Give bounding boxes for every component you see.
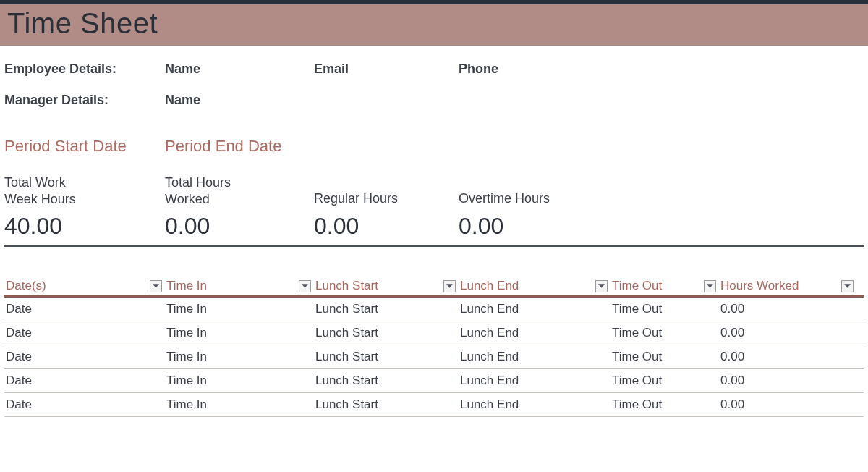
cell-lunch-end[interactable]: Lunch End — [459, 393, 610, 416]
cell-time-out[interactable]: Time Out — [610, 321, 719, 345]
table-row: Date Time In Lunch Start Lunch End Time … — [4, 321, 864, 345]
summary-label-2: Regular Hours — [314, 174, 459, 213]
time-table: Date(s) Time In Lunch Start Lunch End Ti… — [0, 247, 868, 417]
cell-time-out[interactable]: Time Out — [610, 393, 719, 416]
cell-time-out[interactable]: Time Out — [610, 369, 719, 392]
cell-hours: 0.00 — [719, 369, 856, 392]
table-header-row: Date(s) Time In Lunch Start Lunch End Ti… — [4, 276, 864, 298]
cell-date[interactable]: Date — [4, 393, 165, 416]
cell-lunch-start[interactable]: Lunch Start — [314, 369, 459, 392]
manager-details-row: Manager Details: Name — [4, 93, 868, 108]
employee-details-row: Employee Details: Name Email Phone — [4, 62, 868, 77]
col-header-lunch-end[interactable]: Lunch End — [459, 276, 610, 295]
filter-dropdown-icon[interactable] — [841, 280, 854, 292]
filter-dropdown-icon[interactable] — [704, 280, 716, 292]
col-header-time-in-label: Time In — [166, 279, 207, 293]
summary-value-1: 0.00 — [165, 213, 314, 244]
cell-lunch-end[interactable]: Lunch End — [459, 369, 610, 392]
svg-marker-0 — [153, 284, 159, 287]
svg-marker-5 — [844, 284, 851, 287]
page-title: Time Sheet — [7, 7, 861, 40]
period-end-label[interactable]: Period End Date — [165, 137, 324, 156]
cell-lunch-start[interactable]: Lunch Start — [314, 345, 459, 368]
period-start-label[interactable]: Period Start Date — [4, 137, 165, 156]
summary-labels: Total Work Week Hours Total Hours Worked… — [4, 174, 868, 213]
filter-dropdown-icon[interactable] — [150, 280, 162, 292]
table-row: Date Time In Lunch Start Lunch End Time … — [4, 393, 864, 417]
col-header-date-label: Date(s) — [6, 279, 46, 293]
col-header-date[interactable]: Date(s) — [4, 276, 165, 295]
col-header-lunch-start[interactable]: Lunch Start — [314, 276, 459, 295]
svg-marker-1 — [302, 284, 308, 287]
cell-hours: 0.00 — [719, 393, 856, 416]
table-row: Date Time In Lunch Start Lunch End Time … — [4, 369, 864, 393]
cell-time-in[interactable]: Time In — [165, 369, 314, 392]
cell-lunch-start[interactable]: Lunch Start — [314, 393, 459, 416]
cell-time-out[interactable]: Time Out — [610, 298, 719, 321]
cell-date[interactable]: Date — [4, 369, 165, 392]
svg-marker-4 — [707, 284, 713, 287]
cell-time-in[interactable]: Time In — [165, 393, 314, 416]
col-header-hours-worked[interactable]: Hours Worked — [719, 276, 856, 295]
cell-lunch-start[interactable]: Lunch Start — [314, 321, 459, 345]
details-section: Employee Details: Name Email Phone Manag… — [0, 46, 868, 131]
employee-name[interactable]: Name — [165, 62, 314, 77]
summary-value-3: 0.00 — [459, 213, 610, 244]
filter-dropdown-icon[interactable] — [595, 280, 608, 292]
cell-time-in[interactable]: Time In — [165, 345, 314, 368]
filter-dropdown-icon[interactable] — [443, 280, 456, 292]
summary-label-3: Overtime Hours — [459, 174, 610, 213]
cell-hours: 0.00 — [719, 321, 856, 345]
summary-value-2: 0.00 — [314, 213, 459, 244]
summary-block: Total Work Week Hours Total Hours Worked… — [0, 174, 868, 244]
employee-details-label: Employee Details: — [4, 62, 165, 77]
col-header-time-in[interactable]: Time In — [165, 276, 314, 295]
summary-value-0: 40.00 — [4, 213, 165, 244]
col-header-hours-worked-label: Hours Worked — [720, 279, 799, 293]
cell-date[interactable]: Date — [4, 298, 165, 321]
summary-label-1: Total Hours Worked — [165, 174, 314, 213]
cell-hours: 0.00 — [719, 345, 856, 368]
employee-phone[interactable]: Phone — [459, 62, 610, 77]
table-row: Date Time In Lunch Start Lunch End Time … — [4, 345, 864, 369]
col-header-time-out-label: Time Out — [612, 279, 662, 293]
col-header-time-out[interactable]: Time Out — [610, 276, 719, 295]
employee-email[interactable]: Email — [314, 62, 459, 77]
period-row: Period Start Date Period End Date — [0, 131, 868, 174]
manager-name[interactable]: Name — [165, 93, 314, 108]
cell-time-in[interactable]: Time In — [165, 298, 314, 321]
cell-date[interactable]: Date — [4, 321, 165, 345]
svg-marker-2 — [446, 284, 453, 287]
cell-time-out[interactable]: Time Out — [610, 345, 719, 368]
col-header-lunch-start-label: Lunch Start — [315, 279, 378, 293]
col-header-lunch-end-label: Lunch End — [460, 279, 519, 293]
cell-date[interactable]: Date — [4, 345, 165, 368]
manager-details-label: Manager Details: — [4, 93, 165, 108]
cell-lunch-start[interactable]: Lunch Start — [314, 298, 459, 321]
title-bar: Time Sheet — [0, 4, 868, 46]
summary-label-0: Total Work Week Hours — [4, 174, 165, 213]
cell-time-in[interactable]: Time In — [165, 321, 314, 345]
cell-lunch-end[interactable]: Lunch End — [459, 345, 610, 368]
cell-hours: 0.00 — [719, 298, 856, 321]
filter-dropdown-icon[interactable] — [299, 280, 311, 292]
table-row: Date Time In Lunch Start Lunch End Time … — [4, 298, 864, 321]
svg-marker-3 — [598, 284, 605, 287]
table-body: Date Time In Lunch Start Lunch End Time … — [4, 298, 864, 417]
cell-lunch-end[interactable]: Lunch End — [459, 298, 610, 321]
cell-lunch-end[interactable]: Lunch End — [459, 321, 610, 345]
summary-values: 40.00 0.00 0.00 0.00 — [4, 213, 868, 244]
